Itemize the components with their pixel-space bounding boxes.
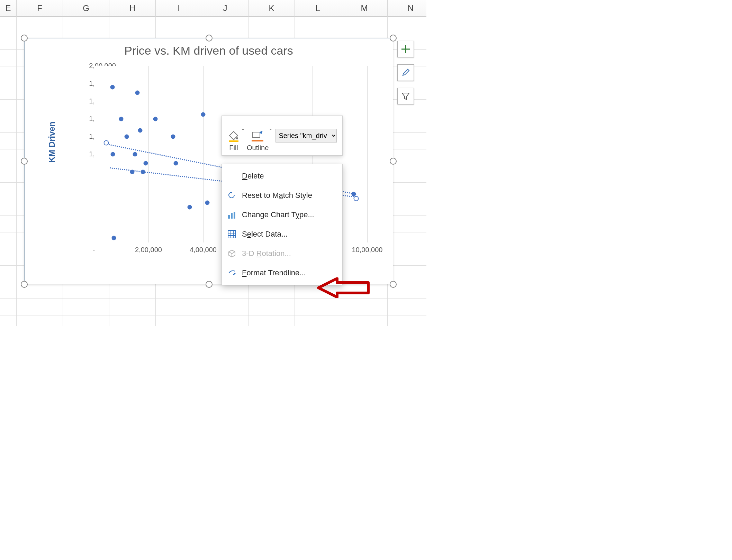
resize-handle-e[interactable] [390,158,397,165]
col-header-H[interactable]: H [109,0,156,17]
data-point[interactable] [351,192,356,196]
data-point[interactable] [141,170,145,174]
col-header-J[interactable]: J [202,0,248,17]
fill-dropdown[interactable]: ⌄ Fill [224,118,243,153]
col-header-K[interactable]: K [248,0,295,17]
x-tick-label: 2,00,000 [135,246,162,254]
resize-handle-nw[interactable] [21,35,28,42]
funnel-icon [401,91,410,101]
resize-handle-w[interactable] [21,158,28,165]
menu-change-chart-type[interactable]: Change Chart Type... [222,205,342,224]
chart-filter-button[interactable] [397,88,414,104]
data-point[interactable] [111,152,115,157]
chart-title[interactable]: Price vs. KM driven of used cars [25,44,393,57]
menu-label: Reset to Match Style [242,191,312,200]
x-tick-label: 4,00,000 [190,246,217,254]
menu-label: Change Chart Type... [242,210,314,219]
gridline [94,66,94,242]
col-header-E[interactable]: E [0,0,17,17]
svg-rect-1 [229,140,238,142]
data-point[interactable] [153,117,157,121]
grid-row [0,282,426,299]
outline-pen-icon [251,130,265,142]
gridline [367,66,368,242]
svg-point-0 [236,137,238,139]
data-point[interactable] [174,161,178,165]
menu-reset-style[interactable]: Reset to Match Style [222,186,342,205]
outline-label: Outline [247,144,269,152]
col-header-I[interactable]: I [156,0,202,17]
grid-row [0,299,426,315]
cube-icon [227,248,237,259]
resize-handle-sw[interactable] [21,281,28,288]
col-header-F[interactable]: F [17,0,63,17]
reset-icon [227,190,237,201]
x-tick-label: - [93,246,95,254]
fill-label: Fill [229,144,238,152]
chart-styles-button[interactable] [397,64,414,81]
resize-handle-n[interactable] [206,35,213,42]
data-point[interactable] [130,170,134,174]
col-header-M[interactable]: M [341,0,388,17]
data-point[interactable] [144,161,148,165]
svg-rect-3 [252,140,263,141]
mini-toolbar: ⌄ Fill ⌄ Outline Series "km_driv [222,116,343,156]
menu-label: Format Trendline... [242,268,306,277]
table-icon [227,229,237,239]
menu-format-trendline[interactable]: Format Trendline... [222,263,342,283]
x-tick-label: 10,00,000 [352,246,383,254]
format-icon [227,268,237,278]
col-header-N[interactable]: N [388,0,426,17]
grid-col [16,17,17,326]
blank-icon [227,171,237,181]
series-selector[interactable]: Series "km_driv [272,118,340,153]
data-point[interactable] [110,85,115,90]
gridline [203,66,204,242]
svg-rect-2 [252,132,260,138]
data-point[interactable] [201,112,206,117]
menu-select-data[interactable]: Select Data... [222,224,342,244]
column-header-row: E F G H I J K L M N [0,0,426,17]
plus-icon [401,44,410,54]
resize-handle-s[interactable] [206,281,213,288]
data-point[interactable] [133,152,137,157]
col-header-G[interactable]: G [63,0,109,17]
data-point[interactable] [103,140,109,145]
outline-dropdown[interactable]: ⌄ Outline [243,118,272,153]
data-point[interactable] [135,90,140,95]
menu-3d-rotation: 3-D Rotation... [222,244,342,263]
brush-icon [401,68,410,77]
menu-delete[interactable]: Delete [222,166,342,186]
col-header-L[interactable]: L [295,0,341,17]
data-point[interactable] [187,205,192,210]
svg-rect-6 [234,212,235,219]
data-point[interactable] [112,236,116,240]
data-point[interactable] [138,128,143,133]
grid-row [0,315,426,326]
resize-handle-se[interactable] [390,281,397,288]
menu-label: Delete [242,172,264,181]
bar-chart-icon [227,210,237,220]
data-point[interactable] [124,135,129,139]
resize-handle-ne[interactable] [390,35,397,42]
data-point[interactable] [119,117,124,121]
svg-rect-7 [228,230,236,238]
fill-bucket-icon [227,130,240,142]
y-axis-title[interactable]: KM Driven [47,122,57,163]
svg-rect-5 [231,213,233,219]
data-point[interactable] [354,196,359,201]
svg-rect-4 [228,215,230,219]
grid-row [0,17,426,33]
chart-elements-button[interactable] [397,41,414,57]
series-select-control[interactable]: Series "km_driv [275,129,337,143]
context-menu: Delete Reset to Match Style Change Chart… [222,164,343,285]
menu-label: Select Data... [242,230,288,239]
data-point[interactable] [205,201,209,205]
menu-label: 3-D Rotation... [242,249,291,258]
data-point[interactable] [171,135,175,139]
gridline [148,66,149,242]
